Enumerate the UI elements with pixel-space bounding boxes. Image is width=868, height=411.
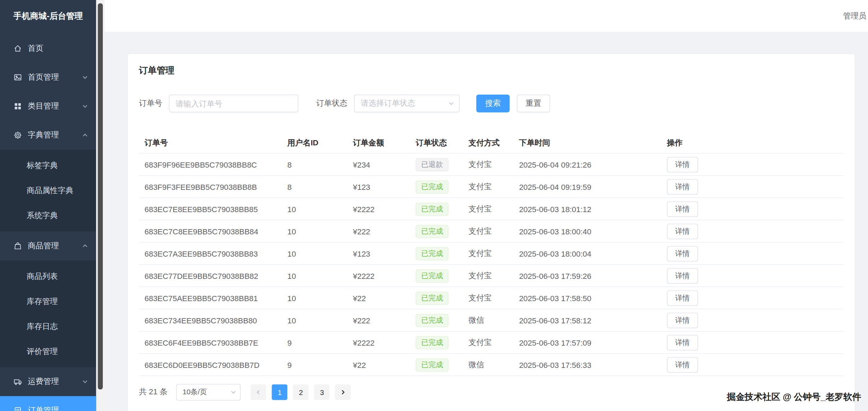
image-icon [13, 73, 22, 82]
user-id-cell: 10 [282, 293, 347, 303]
detail-button[interactable]: 详情 [667, 245, 698, 261]
order-no-label: 订单号 [139, 98, 162, 108]
sidebar-item-label: 商品管理 [28, 241, 59, 251]
watermark: 掘金技术社区 @ 公钟号_老罗软件 [727, 392, 861, 403]
status-cell: 已完成 [410, 202, 463, 216]
sidebar-scrollbar-thumb[interactable] [98, 3, 103, 389]
pay-method-cell: 支付宝 [463, 293, 514, 303]
pay-method-cell: 支付宝 [463, 204, 514, 214]
order-no-cell: 683EC7E8EE9BB5C79038BB85 [139, 204, 282, 213]
sidebar-scrollbar-track[interactable] [96, 0, 105, 411]
detail-button[interactable]: 详情 [667, 357, 698, 372]
admin-user[interactable]: 管理员 [843, 0, 866, 32]
status-badge: 已完成 [416, 336, 448, 349]
amount-cell: ¥2222 [347, 204, 410, 213]
actions-cell: 详情 [661, 245, 844, 261]
pay-method-cell: 支付宝 [463, 159, 514, 169]
pay-method-cell: 支付宝 [463, 226, 514, 236]
chevron-down-icon [82, 74, 88, 81]
sidebar-item-1[interactable]: 首页管理 [0, 63, 96, 92]
order-time-cell: 2025-06-03 18:00:40 [513, 227, 661, 236]
app-title: 手机商城-后台管理 [0, 0, 96, 32]
order-time-cell: 2025-06-03 17:58:50 [513, 293, 661, 303]
next-page-button[interactable] [335, 385, 351, 400]
detail-button[interactable]: 详情 [667, 268, 698, 283]
table-row: 683EC77DEE9BB5C79038BB8210¥2222已完成支付宝202… [139, 265, 844, 287]
order-no-cell: 683EC734EE9BB5C79038BB80 [139, 316, 282, 325]
search-button[interactable]: 搜索 [476, 95, 510, 112]
user-id-cell: 8 [282, 182, 347, 191]
detail-button[interactable]: 详情 [667, 201, 698, 217]
user-id-cell: 10 [282, 249, 347, 258]
sidebar-subitem[interactable]: 标签字典 [0, 153, 96, 178]
sidebar-subitem[interactable]: 商品列表 [0, 264, 96, 289]
status-badge: 已完成 [416, 358, 448, 371]
arrow-right-icon [340, 389, 346, 395]
app-window: 手机商城-后台管理 首页首页管理类目管理字典管理标签字典商品属性字典系统字典商品… [0, 0, 868, 411]
order-time-cell: 2025-06-03 17:58:12 [513, 316, 661, 325]
pay-method-cell: 支付宝 [463, 248, 514, 258]
sidebar-subitem[interactable]: 商品属性字典 [0, 178, 96, 203]
sidebar-item-label: 运费管理 [28, 377, 59, 387]
table-row: 683F9F3FEE9BB5C79038BB8B8¥123已完成支付宝2025-… [139, 176, 844, 198]
status-badge: 已完成 [416, 291, 448, 305]
order-no-cell: 683EC7C8EE9BB5C79038BB84 [139, 227, 282, 236]
status-badge: 已完成 [416, 314, 448, 327]
amount-cell: ¥2222 [347, 338, 410, 347]
page-title: 订单管理 [139, 65, 844, 77]
gear-icon [13, 131, 22, 140]
order-time-cell: 2025-06-03 17:56:33 [513, 360, 661, 369]
sidebar-item-6[interactable]: 订单管理 [0, 396, 96, 411]
sidebar-subitem[interactable]: 评价管理 [0, 339, 96, 364]
order-no-input[interactable] [169, 95, 298, 112]
orders-table: 订单号用户名ID订单金额订单状态支付方式下单时间操作 683F9F96EE9BB… [139, 133, 844, 376]
sidebar-item-0[interactable]: 首页 [0, 34, 96, 63]
table-row: 683EC734EE9BB5C79038BB8010¥222已完成微信2025-… [139, 309, 844, 332]
table-row: 683F9F96EE9BB5C79038BB8C8¥234已退款支付宝2025-… [139, 154, 844, 176]
status-badge: 已完成 [416, 202, 448, 216]
status-cell: 已完成 [410, 336, 463, 349]
reset-button[interactable]: 重置 [517, 95, 550, 112]
detail-button[interactable]: 详情 [667, 290, 698, 306]
sidebar-item-label: 订单管理 [28, 405, 59, 411]
sidebar-item-5[interactable]: 运费管理 [0, 367, 96, 396]
status-cell: 已完成 [410, 269, 463, 282]
sidebar-item-2[interactable]: 类目管理 [0, 92, 96, 121]
order-no-cell: 683F9F3FEE9BB5C79038BB8B [139, 182, 282, 191]
actions-cell: 详情 [661, 268, 844, 283]
actions-cell: 详情 [661, 290, 844, 306]
detail-button[interactable]: 详情 [667, 223, 698, 239]
page-button-3[interactable]: 3 [314, 385, 330, 400]
page-button-1[interactable]: 1 [272, 385, 288, 400]
sidebar-subitem[interactable]: 库存管理 [0, 289, 96, 314]
sidebar-item-label: 首页 [28, 43, 43, 54]
chevron-down-icon [448, 100, 455, 107]
pay-method-cell: 支付宝 [463, 182, 514, 192]
page-button-2[interactable]: 2 [293, 385, 309, 400]
status-badge: 已退款 [416, 158, 448, 171]
detail-button[interactable]: 详情 [667, 335, 698, 350]
column-header: 订单状态 [410, 138, 463, 148]
actions-cell: 详情 [661, 201, 844, 217]
detail-button[interactable]: 详情 [667, 179, 698, 194]
order-icon [13, 406, 22, 411]
status-cell: 已完成 [410, 314, 463, 327]
detail-button[interactable]: 详情 [667, 156, 698, 172]
detail-button[interactable]: 详情 [667, 312, 698, 328]
order-no-cell: 683EC7A3EE9BB5C79038BB83 [139, 249, 282, 258]
sidebar-submenu: 商品列表库存管理库存日志评价管理 [0, 260, 96, 367]
prev-page-button[interactable] [251, 385, 266, 400]
sidebar-item-label: 类目管理 [28, 101, 59, 111]
sidebar-item-4[interactable]: 商品管理 [0, 232, 96, 260]
sidebar-subitem[interactable]: 系统字典 [0, 203, 96, 228]
order-status-select[interactable]: 请选择订单状态 [354, 95, 460, 112]
column-header: 订单金额 [347, 138, 410, 148]
amount-cell: ¥123 [347, 182, 410, 191]
sidebar-subitem[interactable]: 库存日志 [0, 314, 96, 339]
page-size-select[interactable]: 10条/页 [176, 384, 241, 401]
actions-cell: 详情 [661, 335, 844, 350]
grid-icon [13, 102, 22, 111]
sidebar-item-3[interactable]: 字典管理 [0, 121, 96, 150]
user-id-cell: 10 [282, 271, 347, 280]
status-cell: 已完成 [410, 225, 463, 238]
